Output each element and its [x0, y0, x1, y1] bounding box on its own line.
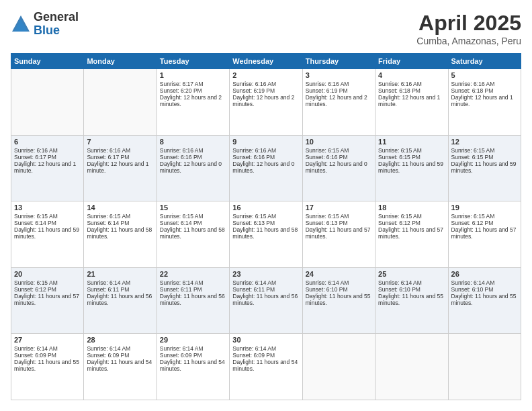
- weekday-header-row: SundayMondayTuesdayWednesdayThursdayFrid…: [11, 54, 521, 69]
- day-number: 4: [378, 71, 445, 79]
- day-number: 24: [306, 270, 372, 278]
- sunset: Sunset: 6:16 PM: [160, 154, 226, 161]
- day-number: 27: [14, 336, 81, 344]
- day-number: 8: [160, 138, 226, 146]
- sunset: Sunset: 6:11 PM: [160, 286, 226, 293]
- sunset: Sunset: 6:12 PM: [378, 220, 445, 226]
- sunset: Sunset: 6:17 PM: [14, 154, 81, 161]
- calendar-week-row: 6Sunrise: 6:16 AMSunset: 6:17 PMDaylight…: [11, 135, 521, 201]
- calendar-cell: 26Sunrise: 6:14 AMSunset: 6:10 PMDayligh…: [448, 267, 521, 334]
- day-number: 17: [306, 203, 372, 212]
- day-number: 21: [87, 270, 153, 278]
- day-number: 11: [378, 138, 445, 146]
- daylight-hours: Daylight: 11 hours and 56 minutes.: [232, 293, 299, 306]
- calendar-cell: [448, 334, 521, 400]
- daylight-hours: Daylight: 11 hours and 55 minutes.: [378, 293, 445, 306]
- calendar-cell: [302, 334, 375, 400]
- sunrise: Sunrise: 6:16 AM: [160, 147, 226, 154]
- daylight-hours: Daylight: 11 hours and 56 minutes.: [160, 293, 226, 306]
- sunset: Sunset: 6:13 PM: [306, 220, 372, 226]
- calendar-cell: 29Sunrise: 6:14 AMSunset: 6:09 PMDayligh…: [157, 334, 229, 400]
- sunset: Sunset: 6:12 PM: [451, 220, 518, 226]
- weekday-header: Wednesday: [230, 54, 302, 69]
- daylight-hours: Daylight: 12 hours and 0 minutes.: [160, 161, 226, 174]
- daylight-hours: Daylight: 12 hours and 0 minutes.: [232, 161, 299, 174]
- day-number: 16: [232, 203, 299, 212]
- sunrise: Sunrise: 6:15 AM: [306, 213, 372, 220]
- day-number: 6: [14, 138, 81, 146]
- day-number: 13: [14, 203, 81, 212]
- calendar-cell: 20Sunrise: 6:15 AMSunset: 6:12 PMDayligh…: [11, 267, 84, 334]
- sunrise: Sunrise: 6:14 AM: [160, 345, 226, 352]
- calendar-cell: 18Sunrise: 6:15 AMSunset: 6:12 PMDayligh…: [375, 201, 448, 268]
- sunrise: Sunrise: 6:17 AM: [160, 81, 226, 87]
- calendar-cell: 25Sunrise: 6:14 AMSunset: 6:10 PMDayligh…: [375, 267, 448, 334]
- calendar-cell: 21Sunrise: 6:14 AMSunset: 6:11 PMDayligh…: [84, 267, 157, 334]
- logo-text: General Blue: [34, 11, 79, 38]
- logo-icon: [11, 14, 31, 34]
- sunset: Sunset: 6:10 PM: [451, 286, 518, 293]
- daylight-hours: Daylight: 11 hours and 56 minutes.: [87, 293, 153, 306]
- weekday-header: Friday: [375, 54, 448, 69]
- calendar-cell: 10Sunrise: 6:15 AMSunset: 6:16 PMDayligh…: [302, 135, 375, 201]
- daylight-hours: Daylight: 11 hours and 57 minutes.: [451, 226, 518, 240]
- sunrise: Sunrise: 6:14 AM: [160, 279, 226, 286]
- day-number: 25: [378, 270, 445, 278]
- calendar-cell: 22Sunrise: 6:14 AMSunset: 6:11 PMDayligh…: [157, 267, 229, 334]
- sunset: Sunset: 6:10 PM: [378, 286, 445, 293]
- sunset: Sunset: 6:09 PM: [160, 352, 226, 359]
- daylight-hours: Daylight: 11 hours and 54 minutes.: [160, 359, 226, 372]
- sunrise: Sunrise: 6:16 AM: [14, 147, 81, 154]
- logo-general: General: [34, 11, 79, 24]
- calendar-cell: 28Sunrise: 6:14 AMSunset: 6:09 PMDayligh…: [84, 334, 157, 400]
- calendar-cell: 17Sunrise: 6:15 AMSunset: 6:13 PMDayligh…: [302, 201, 375, 268]
- day-number: 1: [160, 71, 226, 79]
- daylight-hours: Daylight: 12 hours and 1 minute.: [378, 94, 445, 107]
- sunset: Sunset: 6:19 PM: [306, 87, 372, 94]
- calendar-cell: 5Sunrise: 6:16 AMSunset: 6:18 PMDaylight…: [448, 69, 521, 136]
- calendar-cell: 9Sunrise: 6:16 AMSunset: 6:16 PMDaylight…: [230, 135, 302, 201]
- sunrise: Sunrise: 6:14 AM: [451, 279, 518, 286]
- sunset: Sunset: 6:10 PM: [306, 286, 372, 293]
- sunset: Sunset: 6:09 PM: [87, 352, 153, 359]
- daylight-hours: Daylight: 12 hours and 1 minute.: [87, 161, 153, 174]
- day-number: 15: [160, 203, 226, 212]
- daylight-hours: Daylight: 11 hours and 59 minutes.: [451, 161, 518, 174]
- sunrise: Sunrise: 6:14 AM: [232, 279, 299, 286]
- sunrise: Sunrise: 6:14 AM: [378, 279, 445, 286]
- day-number: 7: [87, 138, 153, 146]
- day-number: 10: [306, 138, 372, 146]
- daylight-hours: Daylight: 12 hours and 2 minutes.: [160, 94, 226, 107]
- calendar-cell: 13Sunrise: 6:15 AMSunset: 6:14 PMDayligh…: [11, 201, 84, 268]
- month-title: April 2025: [416, 11, 521, 36]
- location-title: Cumba, Amazonas, Peru: [416, 36, 521, 46]
- day-number: 5: [451, 71, 518, 79]
- calendar-cell: 8Sunrise: 6:16 AMSunset: 6:16 PMDaylight…: [157, 135, 229, 201]
- page: General Blue April 2025 Cumba, Amazonas,…: [0, 0, 532, 411]
- day-number: 14: [87, 203, 153, 212]
- sunrise: Sunrise: 6:15 AM: [451, 147, 518, 154]
- logo: General Blue: [11, 11, 79, 38]
- sunrise: Sunrise: 6:15 AM: [87, 213, 153, 220]
- sunset: Sunset: 6:16 PM: [232, 154, 299, 161]
- sunrise: Sunrise: 6:16 AM: [232, 81, 299, 87]
- calendar-cell: 6Sunrise: 6:16 AMSunset: 6:17 PMDaylight…: [11, 135, 84, 201]
- sunset: Sunset: 6:18 PM: [451, 87, 518, 94]
- calendar-cell: 4Sunrise: 6:16 AMSunset: 6:18 PMDaylight…: [375, 69, 448, 136]
- sunset: Sunset: 6:19 PM: [232, 87, 299, 94]
- daylight-hours: Daylight: 11 hours and 59 minutes.: [378, 161, 445, 174]
- sunset: Sunset: 6:11 PM: [232, 286, 299, 293]
- daylight-hours: Daylight: 12 hours and 1 minute.: [451, 94, 518, 107]
- calendar-week-row: 1Sunrise: 6:17 AMSunset: 6:20 PMDaylight…: [11, 69, 521, 136]
- sunrise: Sunrise: 6:15 AM: [14, 213, 81, 220]
- daylight-hours: Daylight: 12 hours and 2 minutes.: [232, 94, 299, 107]
- sunrise: Sunrise: 6:16 AM: [451, 81, 518, 87]
- daylight-hours: Daylight: 11 hours and 59 minutes.: [14, 226, 81, 240]
- sunrise: Sunrise: 6:14 AM: [232, 345, 299, 352]
- daylight-hours: Daylight: 11 hours and 58 minutes.: [160, 226, 226, 240]
- day-number: 29: [160, 336, 226, 344]
- sunset: Sunset: 6:16 PM: [306, 154, 372, 161]
- sunset: Sunset: 6:14 PM: [87, 220, 153, 226]
- sunrise: Sunrise: 6:15 AM: [378, 213, 445, 220]
- calendar-cell: 19Sunrise: 6:15 AMSunset: 6:12 PMDayligh…: [448, 201, 521, 268]
